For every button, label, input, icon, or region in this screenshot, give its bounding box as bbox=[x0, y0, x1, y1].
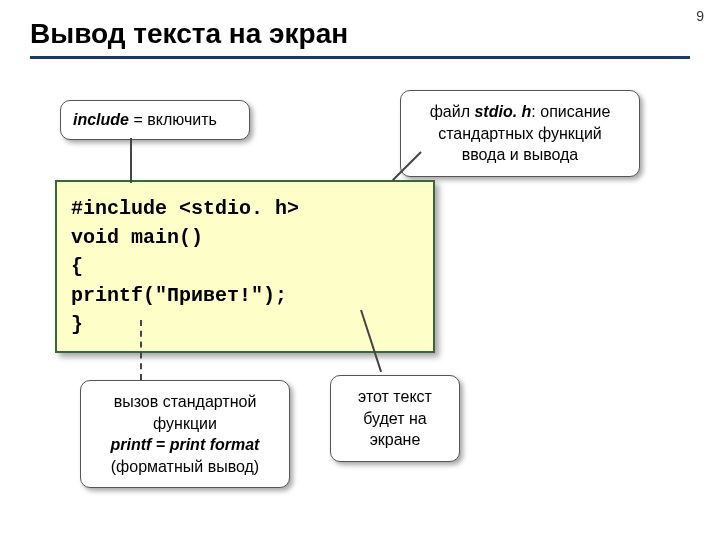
callout-screen: этот текстбудет наэкране bbox=[330, 375, 460, 462]
code-line-5: } bbox=[71, 313, 83, 336]
connector-include bbox=[130, 138, 132, 183]
callout-printf: вызов стандартнойфункцииprintf = print f… bbox=[80, 380, 290, 488]
slide-number: 9 bbox=[696, 8, 704, 24]
callout-include: include = включить bbox=[60, 100, 250, 140]
code-block: #include <stdio. h> void main() { printf… bbox=[55, 180, 435, 353]
connector-printf bbox=[140, 320, 142, 380]
code-line-1: #include <stdio. h> bbox=[71, 197, 299, 220]
code-line-2: void main() bbox=[71, 226, 203, 249]
title-underline bbox=[30, 56, 690, 59]
callout-stdio: файл stdio. h: описаниестандартных функц… bbox=[400, 90, 640, 177]
code-line-4: printf("Привет!"); bbox=[71, 284, 287, 307]
code-line-3: { bbox=[71, 255, 83, 278]
page-title: Вывод текста на экран bbox=[30, 18, 690, 50]
